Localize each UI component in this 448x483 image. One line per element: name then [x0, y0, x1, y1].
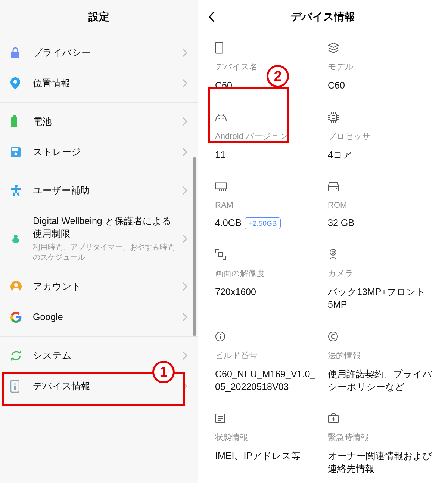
- cell-label: モデル: [328, 61, 433, 72]
- sync-icon: [10, 350, 33, 361]
- chevron-right-icon: [182, 234, 187, 243]
- row-location[interactable]: 位置情報: [0, 68, 198, 99]
- cell-emergency[interactable]: 緊急時情報 オーナー関連情報および連絡先情報: [328, 412, 433, 475]
- svg-rect-2: [11, 117, 17, 127]
- battery-icon: [10, 115, 33, 127]
- svg-rect-16: [14, 386, 16, 390]
- svg-point-22: [222, 118, 223, 119]
- row-account[interactable]: アカウント: [0, 271, 198, 302]
- row-label: システム: [33, 349, 175, 362]
- android-icon: [215, 111, 320, 124]
- accessibility-icon: [10, 185, 33, 196]
- svg-rect-23: [330, 114, 337, 121]
- device-info-panel: デバイス情報 デバイス名 C60 モデル C60 Android バージョン 1…: [198, 0, 448, 483]
- row-system[interactable]: システム: [0, 340, 198, 371]
- cell-value: 720x1600: [215, 286, 320, 298]
- cell-value: 11: [215, 149, 320, 161]
- cell-android-version[interactable]: Android バージョン 11: [215, 111, 320, 161]
- cpu-icon: [328, 111, 433, 124]
- cell-rom[interactable]: ROM 32 GB: [328, 180, 433, 229]
- device-info-grid: デバイス名 C60 モデル C60 Android バージョン 11 プロセッサ…: [198, 34, 448, 475]
- row-label: アカウント: [33, 280, 175, 293]
- row-label: 電池: [33, 115, 175, 128]
- cell-label: 状態情報: [215, 432, 320, 443]
- svg-rect-18: [218, 52, 220, 52]
- svg-point-13: [14, 283, 18, 287]
- device-info-title: デバイス情報: [291, 10, 355, 24]
- svg-point-50: [220, 334, 221, 335]
- svg-line-19: [218, 114, 219, 115]
- cell-label: デバイス名: [215, 61, 320, 72]
- cell-value: C60: [328, 79, 433, 92]
- chevron-right-icon: [182, 117, 187, 126]
- medical-icon: [328, 412, 433, 425]
- svg-rect-24: [332, 116, 335, 119]
- cell-label: カメラ: [328, 268, 433, 279]
- cell-label: 画面の解像度: [215, 268, 320, 279]
- device-info-header: デバイス情報: [198, 0, 448, 34]
- cell-value: 使用許諾契約、プライバシーポリシーなど: [328, 368, 433, 393]
- chevron-right-icon: [182, 148, 187, 157]
- chevron-right-icon: [182, 313, 187, 322]
- svg-point-15: [14, 383, 16, 385]
- row-privacy[interactable]: プライバシー: [0, 37, 198, 68]
- svg-point-52: [329, 332, 337, 341]
- cell-device-name[interactable]: デバイス名 C60: [215, 41, 320, 92]
- location-pin-icon: [10, 77, 33, 89]
- svg-point-21: [218, 118, 220, 119]
- row-label: ユーザー補助: [33, 184, 175, 197]
- svg-line-20: [223, 114, 224, 115]
- cell-label: Android バージョン: [215, 131, 320, 142]
- row-storage[interactable]: ストレージ: [0, 137, 198, 167]
- settings-header: 設定: [0, 0, 198, 34]
- settings-list[interactable]: プライバシー 位置情報 電池: [0, 34, 198, 405]
- row-wellbeing[interactable]: Digital Wellbeing と保護者による使用制限 利用時間、アプリタイ…: [0, 206, 198, 272]
- back-button[interactable]: [208, 11, 215, 22]
- svg-rect-10: [17, 192, 19, 196]
- scrollbar[interactable]: [193, 157, 196, 336]
- svg-point-44: [336, 188, 337, 189]
- cell-label: ROM: [328, 200, 433, 210]
- cell-model[interactable]: モデル C60: [328, 41, 433, 92]
- info-icon: [215, 330, 320, 343]
- row-accessibility[interactable]: ユーザー補助: [0, 175, 198, 206]
- cell-value: 4.0GB+2.50GB: [215, 217, 320, 229]
- cell-legal[interactable]: 法的情報 使用許諾契約、プライバシーポリシーなど: [328, 330, 433, 393]
- account-icon: [10, 281, 33, 292]
- row-label: Google: [33, 311, 175, 323]
- svg-point-11: [14, 235, 18, 238]
- phone-info-icon: [10, 380, 33, 393]
- cell-resolution[interactable]: 画面の解像度 720x1600: [215, 248, 320, 311]
- row-label: ストレージ: [33, 146, 175, 158]
- chevron-right-icon: [182, 351, 187, 360]
- ram-extra-badge: +2.50GB: [245, 217, 281, 229]
- svg-rect-9: [12, 192, 15, 196]
- cell-build[interactable]: ビルド番号 C60_NEU_M169_V1.0_05_20220518V03: [215, 330, 320, 393]
- cell-value: IMEI、IPアドレス等: [215, 450, 320, 462]
- save-icon: [10, 147, 33, 157]
- cell-camera[interactable]: カメラ バック13MP+フロント5MP: [328, 248, 433, 311]
- cell-status[interactable]: 状態情報 IMEI、IPアドレス等: [215, 412, 320, 475]
- svg-point-6: [15, 185, 18, 188]
- row-label: プライバシー: [33, 46, 175, 59]
- list-icon: [215, 412, 320, 425]
- row-google[interactable]: Google: [0, 302, 198, 332]
- cell-processor[interactable]: プロセッサ 4コア: [328, 111, 433, 161]
- cell-ram[interactable]: RAM 4.0GB+2.50GB: [215, 180, 320, 229]
- copyright-icon: [328, 330, 433, 343]
- cell-value: 4コア: [328, 149, 433, 161]
- cell-label: 緊急時情報: [328, 432, 433, 443]
- cell-label: RAM: [215, 200, 320, 210]
- row-device-info[interactable]: デバイス情報: [0, 371, 198, 402]
- svg-rect-37: [216, 183, 227, 189]
- chevron-right-icon: [182, 282, 187, 291]
- chevron-right-icon: [182, 79, 187, 88]
- svg-rect-45: [219, 253, 223, 256]
- row-label: デバイス情報: [33, 380, 175, 393]
- google-icon: [10, 312, 33, 323]
- row-battery[interactable]: 電池: [0, 106, 198, 137]
- storage-icon: [328, 180, 433, 193]
- chevron-right-icon: [182, 382, 187, 391]
- settings-panel: 設定 プライバシー 位置情報: [0, 0, 198, 483]
- ram-icon: [215, 180, 320, 193]
